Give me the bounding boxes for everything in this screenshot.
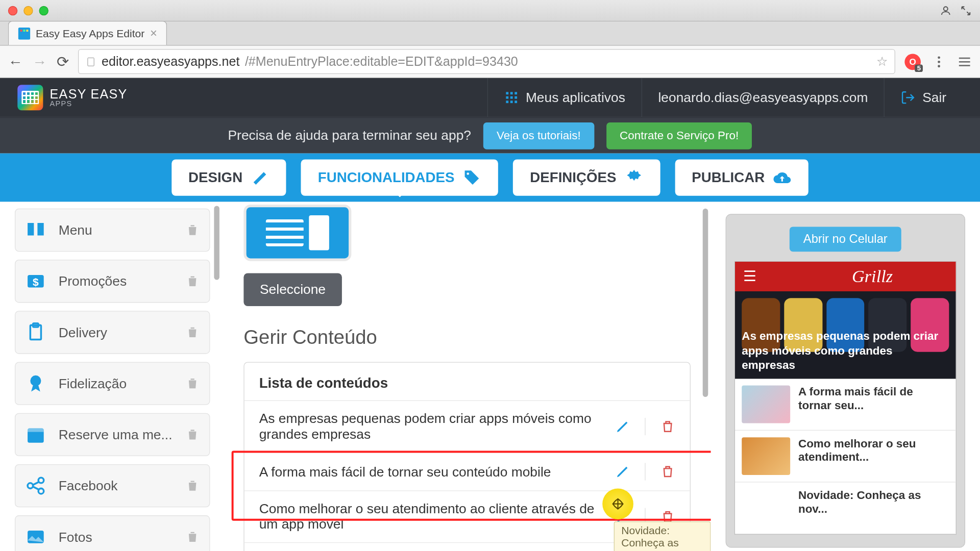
back-icon[interactable]: ← (8, 53, 23, 70)
preview-panel: Abrir no Celular ☰ Grillz As empresas pe… (711, 202, 980, 551)
trash-icon[interactable] (660, 419, 675, 434)
pro-service-button[interactable]: Contrate o Serviço Pro! (606, 122, 752, 149)
expand-icon[interactable] (960, 5, 972, 17)
url-field[interactable]: editor.easyeasyapps.net/#MenuEntryPlace:… (78, 49, 895, 74)
app-header: EASY EASY APPS Meus aplicativos leonardo… (0, 78, 980, 117)
center-scrollbar[interactable] (703, 206, 709, 551)
logo-subtext: APPS (50, 100, 128, 108)
dollar-icon: $ (25, 270, 46, 292)
svg-rect-26 (28, 429, 44, 432)
trash-icon[interactable] (185, 274, 200, 289)
close-tab-icon[interactable]: × (150, 26, 157, 40)
browser-urlbar: ← → ⟳ editor.easyeasyapps.net/#MenuEntry… (0, 46, 980, 78)
thumb-icon (742, 437, 790, 475)
help-prompt: Precisa de ajuda para terminar seu app? (228, 128, 471, 143)
browser-tab[interactable]: Easy Easy Apps Editor × (8, 21, 167, 45)
logo-mark-icon (17, 85, 43, 110)
phone-brand: Grillz (797, 266, 947, 287)
sign-out-link[interactable]: Sair (884, 78, 963, 117)
nav-design[interactable]: DESIGN (172, 160, 286, 196)
hamburger-menu-icon[interactable] (957, 54, 972, 69)
svg-point-28 (38, 478, 44, 483)
pencil-icon[interactable] (615, 419, 630, 434)
page-icon (85, 56, 96, 67)
sidebar-item-menu[interactable]: Menu (15, 209, 210, 252)
browser-tabbar: Easy Easy Apps Editor × (0, 21, 980, 45)
phone-news-item[interactable]: A forma mais fácil de tornar seu... (735, 379, 956, 431)
svg-point-27 (28, 483, 33, 489)
mac-titlebar (0, 0, 980, 21)
sidebar-scrollbar[interactable] (214, 206, 220, 551)
svg-rect-13 (510, 96, 513, 99)
svg-text:$: $ (33, 276, 39, 288)
annotation-highlight (232, 451, 711, 521)
thumb-icon (742, 489, 790, 527)
trash-icon[interactable] (185, 427, 200, 442)
main-nav: DESIGN FUNCIONALIDADES DEFINIÇÕES PUBLIC… (0, 154, 980, 202)
maximize-window-icon[interactable] (39, 6, 48, 15)
content-list-heading: Lista de conteúdos (244, 375, 690, 400)
url-path: /#MenuEntryPlace:editable=EDIT&appId=934… (245, 54, 518, 69)
gear-icon (624, 168, 643, 187)
sidebar-item-reserve[interactable]: Reserve uma me... (15, 413, 210, 456)
trash-icon[interactable] (185, 222, 200, 237)
trash-icon[interactable] (185, 376, 200, 391)
help-strip: Precisa de ajuda para terminar seu app? … (0, 117, 980, 153)
close-window-icon[interactable] (8, 6, 17, 15)
workspace: Menu $ Promoções Delivery Fidelização Re… (0, 202, 980, 551)
sidebar-item-promocoes[interactable]: $ Promoções (15, 260, 210, 303)
svg-rect-15 (506, 101, 508, 103)
tags-icon (462, 168, 481, 187)
svg-rect-2 (20, 29, 22, 31)
forward-icon[interactable]: → (32, 53, 47, 70)
badge-icon (25, 373, 46, 394)
hamburger-icon[interactable]: ☰ (743, 268, 756, 285)
svg-rect-14 (514, 96, 517, 99)
sidebar-item-facebook[interactable]: Facebook (15, 464, 210, 507)
tutorials-button[interactable]: Veja os tutoriais! (483, 122, 594, 149)
trash-icon[interactable] (185, 479, 200, 493)
grid-icon (504, 90, 519, 105)
svg-point-7 (938, 60, 940, 63)
trash-icon[interactable] (185, 325, 200, 340)
svg-rect-3 (23, 29, 25, 31)
kebab-menu-icon[interactable] (932, 54, 946, 69)
nav-publicar[interactable]: PUBLICAR (675, 160, 808, 196)
thumb-icon (742, 386, 790, 423)
my-apps-label: Meus aplicativos (526, 90, 625, 105)
user-email[interactable]: leonardo.dias@easyeasyapps.com (641, 78, 884, 117)
sidebar-item-fotos[interactable]: Fotos (15, 515, 210, 551)
favicon-icon (18, 27, 31, 39)
share-icon (25, 475, 46, 496)
phone-news-item[interactable]: Como melhorar o seu atendiment... (735, 431, 956, 483)
brush-icon (251, 168, 270, 187)
sign-out-label: Sair (922, 90, 946, 105)
phone-screen: ☰ Grillz As empresas pequenas podem cria… (734, 261, 957, 535)
svg-point-24 (30, 375, 41, 386)
content-row[interactable]: As empresas pequenas podem criar apps mó… (244, 400, 690, 453)
nav-definicoes[interactable]: DEFINIÇÕES (513, 160, 660, 196)
phone-hero[interactable]: As empresas pequenas podem criar apps mó… (735, 291, 956, 379)
phone-header: ☰ Grillz (735, 262, 956, 291)
section-title: Gerir Conteúdo (243, 327, 691, 349)
cloud-upload-icon (773, 168, 792, 187)
minimize-window-icon[interactable] (23, 6, 33, 15)
phone-news-item[interactable]: Novidade: Conheça as nov... (735, 483, 956, 535)
menu-book-icon (25, 219, 46, 241)
sidebar-item-delivery[interactable]: Delivery (15, 311, 210, 354)
open-on-phone-button[interactable]: Abrir no Celular (790, 227, 901, 252)
sidebar-item-fidelizacao[interactable]: Fidelização (15, 362, 210, 405)
trash-icon[interactable] (185, 530, 200, 544)
reload-icon[interactable]: ⟳ (57, 53, 69, 70)
bookmark-star-icon[interactable]: ☆ (876, 54, 888, 69)
drag-tooltip: Novidade: Conheça as novas Entradas! (614, 521, 711, 551)
svg-rect-17 (514, 101, 517, 103)
nav-funcionalidades[interactable]: FUNCIONALIDADES (301, 160, 498, 196)
svg-point-29 (38, 488, 44, 494)
select-button[interactable]: Seleccione (243, 273, 341, 306)
my-apps-link[interactable]: Meus aplicativos (487, 78, 642, 117)
extension-badge-icon[interactable]: O (904, 54, 921, 70)
logo[interactable]: EASY EASY APPS (17, 85, 127, 110)
phone-hero-title: As empresas pequenas podem criar apps mó… (742, 329, 949, 372)
user-icon[interactable] (940, 5, 952, 17)
